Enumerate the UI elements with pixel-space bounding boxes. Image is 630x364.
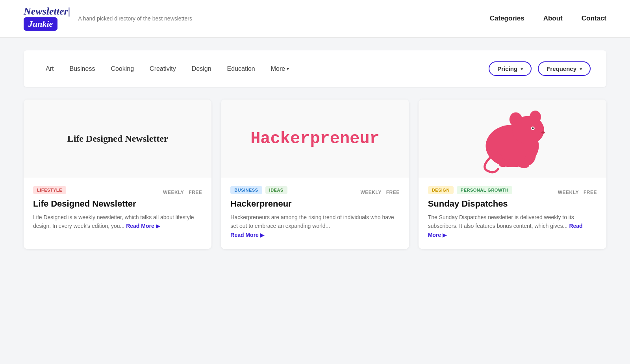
card-tags-3: DESIGN PERSONAL GROWTH — [428, 186, 513, 194]
card-sunday-dispatches: DESIGN PERSONAL GROWTH WEEKLY FREE Sunda… — [419, 100, 606, 249]
card-image-text-hackerpreneur: Hackerpreneur — [250, 129, 380, 148]
card-frequency: WEEKLY — [163, 190, 184, 195]
frequency-chevron-icon: ▾ — [580, 66, 582, 72]
logo-area: Newsletter| Junkie A hand picked directo… — [24, 6, 192, 31]
card-pricing: FREE — [189, 190, 202, 195]
card-title-life-designed: Life Designed Newsletter — [33, 199, 202, 209]
card-image-hackerpreneur: Hackerpreneur — [221, 100, 409, 178]
frequency-dropdown[interactable]: Frequency ▾ — [538, 61, 591, 76]
card-freq-3: WEEKLY FREE — [558, 190, 597, 195]
card-tags-2: BUSINESS IDEAS — [230, 186, 287, 194]
tag-lifestyle[interactable]: LIFESTYLE — [33, 186, 66, 194]
card-freq-2: WEEKLY FREE — [360, 190, 399, 195]
logo-text-top: Newsletter| — [24, 6, 70, 17]
card-title-sunday-dispatches: Sunday Dispatches — [428, 199, 597, 209]
filter-bar: Art Business Cooking Creativity Design E… — [24, 50, 606, 87]
main-nav: Categories About Contact — [490, 15, 606, 22]
card-life-designed: Life Designed Newsletter LIFESTYLE WEEKL… — [24, 100, 211, 249]
pricing-chevron-icon: ▾ — [521, 66, 523, 72]
cat-business[interactable]: Business — [63, 63, 101, 75]
cat-education[interactable]: Education — [221, 63, 261, 75]
svg-point-6 — [541, 131, 545, 133]
read-more-arrow-icon-3: ▶ — [443, 232, 447, 238]
card-title-hackerpreneur: Hackerpreneur — [230, 199, 399, 209]
read-more-life-designed[interactable]: Read More ▶ — [126, 223, 159, 229]
card-image-sunday-dispatches — [419, 100, 606, 178]
card-image-text-life-designed: Life Designed Newsletter — [61, 127, 174, 150]
card-desc-sunday-dispatches: The Sunday Dispatches newsletter is deli… — [428, 213, 597, 240]
header-divider — [0, 37, 630, 38]
header: Newsletter| Junkie A hand picked directo… — [0, 0, 630, 37]
filter-dropdowns: Pricing ▾ Frequency ▾ — [489, 61, 591, 76]
card-desc-hackerpreneur: Hackerpreneurs are among the rising tren… — [230, 213, 399, 240]
nav-about[interactable]: About — [543, 15, 563, 22]
card-desc-life-designed: Life Designed is a weekly newsletter, wh… — [33, 213, 202, 231]
cat-creativity[interactable]: Creativity — [143, 63, 182, 75]
cat-art[interactable]: Art — [39, 63, 60, 75]
card-tags-row-2: BUSINESS IDEAS WEEKLY FREE — [230, 186, 399, 199]
tag-ideas[interactable]: IDEAS — [265, 186, 287, 194]
pricing-dropdown[interactable]: Pricing ▾ — [489, 61, 532, 76]
more-chevron-icon: ▾ — [287, 66, 289, 72]
svg-point-2 — [510, 112, 522, 126]
tag-personal-growth[interactable]: PERSONAL GROWTH — [457, 186, 513, 194]
cat-cooking[interactable]: Cooking — [104, 63, 140, 75]
card-tags: LIFESTYLE — [33, 186, 66, 194]
card-body-sunday-dispatches: DESIGN PERSONAL GROWTH WEEKLY FREE Sunda… — [419, 178, 606, 249]
logo[interactable]: Newsletter| Junkie — [24, 6, 70, 31]
cat-more[interactable]: More ▾ — [265, 63, 295, 75]
tag-business[interactable]: BUSINESS — [230, 186, 262, 194]
card-frequency-3: WEEKLY — [558, 190, 579, 195]
logo-box: Junkie — [24, 17, 57, 31]
category-filters: Art Business Cooking Creativity Design E… — [39, 63, 489, 75]
card-hackerpreneur: Hackerpreneur BUSINESS IDEAS WEEKLY FREE… — [221, 100, 409, 249]
tag-design[interactable]: DESIGN — [428, 186, 454, 194]
cards-grid: Life Designed Newsletter LIFESTYLE WEEKL… — [0, 87, 630, 262]
read-more-arrow-icon-2: ▶ — [260, 232, 264, 238]
nav-contact[interactable]: Contact — [582, 15, 606, 22]
card-freq: WEEKLY FREE — [163, 190, 202, 195]
card-tags-row-3: DESIGN PERSONAL GROWTH WEEKLY FREE — [428, 186, 597, 199]
card-frequency-2: WEEKLY — [360, 190, 381, 195]
svg-point-3 — [530, 111, 541, 123]
read-more-arrow-icon: ▶ — [156, 223, 160, 229]
card-body-hackerpreneur: BUSINESS IDEAS WEEKLY FREE Hackerpreneur… — [221, 178, 409, 249]
card-tags-row: LIFESTYLE WEEKLY FREE — [33, 186, 202, 199]
svg-point-5 — [532, 127, 534, 129]
card-body-life-designed: LIFESTYLE WEEKLY FREE Life Designed News… — [24, 178, 211, 240]
card-pricing-2: FREE — [386, 190, 400, 195]
card-pricing-3: FREE — [584, 190, 597, 195]
nav-categories[interactable]: Categories — [490, 15, 524, 22]
logo-tagline: A hand picked directory of the best news… — [78, 15, 192, 22]
cat-design[interactable]: Design — [185, 63, 218, 75]
card-image-life-designed: Life Designed Newsletter — [24, 100, 211, 178]
read-more-hackerpreneur[interactable]: Read More ▶ — [230, 232, 264, 238]
mouse-illustration — [473, 103, 552, 174]
